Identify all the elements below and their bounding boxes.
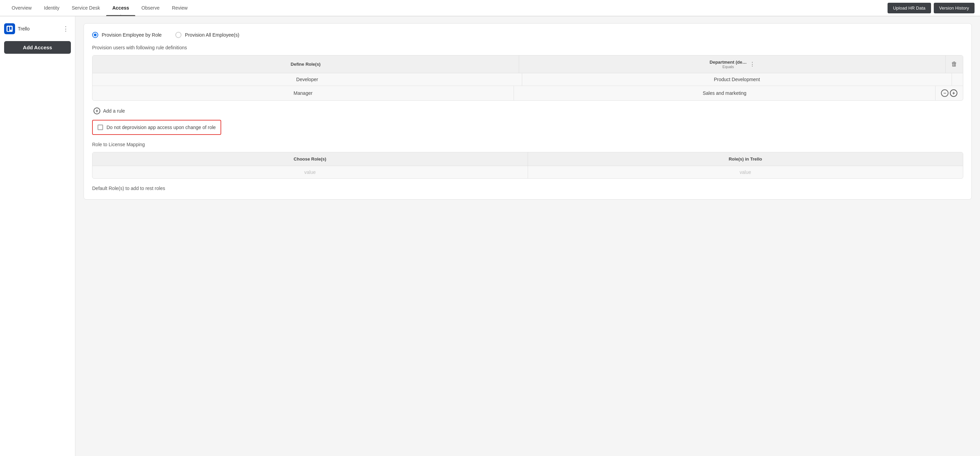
delete-all-button[interactable]: 🗑: [951, 60, 958, 68]
radio-provision-all[interactable]: Provision All Employee(s): [175, 32, 239, 38]
trello-bar-right: [10, 27, 12, 30]
top-nav-actions: Upload HR Data Version History: [888, 3, 975, 13]
license-table-header: Choose Role(s) Role(s) in Trello: [92, 153, 963, 166]
td-role-developer: Developer: [92, 73, 522, 86]
default-roles-title: Default Role(s) to add to rest roles: [92, 186, 963, 191]
tab-review[interactable]: Review: [166, 0, 194, 16]
tab-access[interactable]: Access: [106, 0, 135, 16]
app-info: Trello: [4, 23, 30, 34]
table-row: Developer Product Development: [92, 73, 963, 86]
sidebar-header: Trello ⋮: [4, 22, 71, 36]
license-th-roles-in: Role(s) in Trello: [528, 153, 963, 166]
th-delete: 🗑: [946, 57, 963, 72]
radio-label-by-role: Provision Employee by Role: [102, 32, 162, 38]
add-rule-label: Add a rule: [103, 108, 125, 114]
add-row-button[interactable]: +: [950, 89, 958, 97]
rules-table-header: Define Role(s) Department (de… Equals ⋮ …: [92, 56, 963, 73]
remove-row-button[interactable]: −: [941, 89, 948, 97]
add-access-button[interactable]: Add Access: [4, 41, 71, 54]
trello-logo: [6, 26, 13, 32]
tab-service-desk[interactable]: Service Desk: [66, 0, 106, 16]
td-actions-row1: [952, 76, 963, 83]
license-mapping-section: Role to License Mapping Choose Role(s) R…: [92, 142, 963, 191]
trello-icon: [7, 26, 12, 32]
provision-section: Provision Employee by Role Provision All…: [84, 23, 972, 200]
td-actions-row2: − +: [935, 86, 963, 100]
license-td-col1: value: [92, 166, 528, 178]
add-rule-icon: +: [94, 108, 100, 114]
sidebar: Trello ⋮ Add Access: [0, 16, 75, 456]
app-name: Trello: [18, 26, 30, 32]
deprovision-label: Do not deprovision app access upon chang…: [107, 125, 216, 130]
td-role-manager: Manager: [92, 87, 514, 99]
top-navigation: Overview Identity Service Desk Access Ob…: [0, 0, 980, 16]
provision-subtitle: Provision users with following rule defi…: [92, 45, 963, 50]
td-dept-sales: Sales and marketing: [514, 87, 935, 99]
app-icon: [4, 23, 15, 34]
th-department: Department (de… Equals ⋮: [519, 56, 945, 73]
nav-tabs: Overview Identity Service Desk Access Ob…: [5, 0, 888, 16]
radio-label-all: Provision All Employee(s): [185, 32, 239, 38]
upload-hr-button[interactable]: Upload HR Data: [888, 3, 931, 13]
rules-table: Define Role(s) Department (de… Equals ⋮ …: [92, 55, 963, 101]
license-td-col2: value: [528, 166, 963, 178]
deprovision-checkbox[interactable]: [98, 125, 103, 130]
table-row: Manager Sales and marketing − +: [92, 86, 963, 100]
trello-bar-left: [8, 27, 9, 31]
license-table: Choose Role(s) Role(s) in Trello value: [92, 152, 963, 179]
radio-circle-by-role: [92, 32, 98, 38]
th-kebab-button[interactable]: ⋮: [749, 61, 755, 67]
deprovision-checkbox-row[interactable]: Do not deprovision app access upon chang…: [92, 120, 221, 135]
add-rule-row[interactable]: + Add a rule: [92, 108, 963, 114]
tab-identity[interactable]: Identity: [38, 0, 65, 16]
tab-observe[interactable]: Observe: [135, 0, 166, 16]
th-define-roles: Define Role(s): [92, 57, 519, 71]
main-content: Provision Employee by Role Provision All…: [75, 16, 980, 456]
main-layout: Trello ⋮ Add Access Provision Employee b…: [0, 16, 980, 456]
radio-circle-all: [175, 32, 181, 38]
license-title: Role to License Mapping: [92, 142, 963, 147]
td-dept-product: Product Development: [522, 73, 951, 86]
sidebar-kebab-button[interactable]: ⋮: [60, 25, 71, 33]
radio-group: Provision Employee by Role Provision All…: [92, 32, 963, 38]
tab-overview[interactable]: Overview: [5, 0, 38, 16]
version-history-button[interactable]: Version History: [934, 3, 975, 13]
radio-provision-by-role[interactable]: Provision Employee by Role: [92, 32, 162, 38]
license-table-row: value value: [92, 166, 963, 178]
license-th-choose: Choose Role(s): [92, 153, 528, 166]
